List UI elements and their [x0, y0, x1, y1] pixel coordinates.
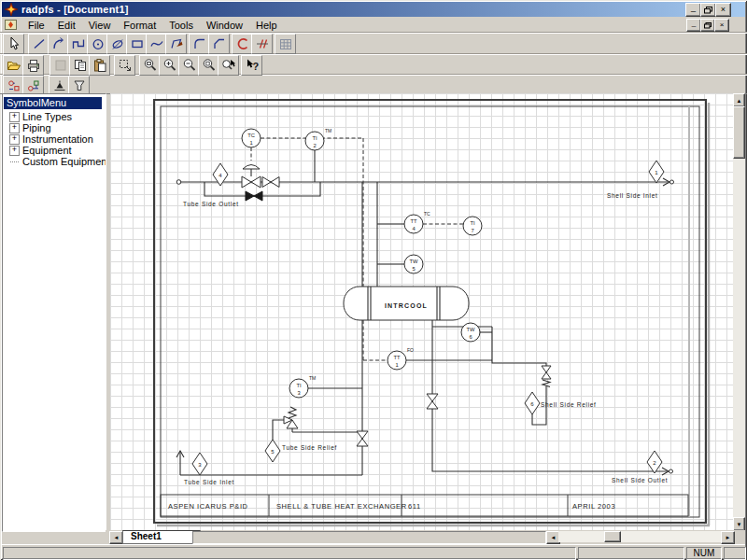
- help-button[interactable]: ?: [241, 55, 262, 76]
- circle-tool-button[interactable]: [87, 34, 108, 54]
- instrument-tt4[interactable]: TT 4 TC: [404, 211, 430, 233]
- svg-text:6: 6: [469, 334, 472, 340]
- shell-outlet-valve[interactable]: [427, 394, 438, 409]
- connector-1[interactable]: 1: [649, 161, 664, 183]
- heat-exchanger[interactable]: INTRCOOL: [344, 287, 469, 320]
- tab-scroll-left-button[interactable]: ◄: [109, 531, 123, 544]
- tree-root-symbolmenu[interactable]: SymbolMenu: [4, 97, 102, 109]
- arc-tool-button[interactable]: [48, 34, 69, 54]
- print-button[interactable]: [22, 55, 44, 76]
- zoom-in-button[interactable]: [159, 55, 180, 76]
- sidebar-item-equipment[interactable]: Equipment: [22, 145, 72, 156]
- signal-lines[interactable]: [251, 138, 463, 360]
- menu-window[interactable]: Window: [200, 19, 249, 32]
- connector-5[interactable]: 5: [265, 440, 280, 462]
- sidebar-item-line-types[interactable]: Line Types: [22, 111, 72, 122]
- instrument-tt-fo[interactable]: TT 1 FO: [388, 347, 414, 370]
- scroll-up-button[interactable]: ▲: [733, 93, 745, 107]
- instrument-tw6[interactable]: TW 6: [461, 323, 480, 342]
- minimize-button[interactable]: _: [685, 3, 701, 17]
- scroll-down-button[interactable]: ▼: [733, 517, 745, 531]
- menu-view[interactable]: View: [82, 19, 118, 32]
- title-block: ASPEN ICARUS P&ID SHELL & TUBE HEAT EXCH…: [161, 495, 688, 516]
- horizontal-scrollbar[interactable]: [558, 531, 721, 542]
- vertical-scroll-thumb[interactable]: [733, 106, 745, 159]
- standard-toolbar: [0, 53, 747, 75]
- instrument-tc1[interactable]: TC 1: [242, 129, 261, 147]
- child-restore-button[interactable]: [700, 19, 715, 32]
- move-selection-button[interactable]: [114, 55, 135, 76]
- fillet-tool-button[interactable]: [189, 34, 210, 54]
- menu-edit[interactable]: Edit: [51, 19, 82, 32]
- curve-tool-button[interactable]: [146, 34, 167, 54]
- sidebar-item-custom-equipment[interactable]: Custom Equipment: [22, 156, 106, 167]
- line-end-markers: [176, 178, 674, 475]
- menu-format[interactable]: Format: [117, 19, 162, 32]
- menu-file[interactable]: File: [21, 19, 51, 32]
- svg-text:TT: TT: [410, 218, 417, 224]
- menu-help[interactable]: Help: [249, 19, 284, 32]
- vertical-scrollbar[interactable]: ▲ ▼: [733, 93, 745, 530]
- gate-valve[interactable]: [262, 177, 279, 188]
- ellipse-tool-button[interactable]: [106, 34, 128, 54]
- rectangle-tool-button[interactable]: [126, 34, 148, 54]
- zoom-page-button[interactable]: [198, 55, 219, 76]
- polyline-icon: [71, 36, 86, 51]
- tube-relief-valve[interactable]: [284, 407, 298, 428]
- expand-icon[interactable]: +: [9, 134, 20, 145]
- tube-inlet-valve[interactable]: [357, 431, 368, 446]
- instrument-ti7[interactable]: TI 7: [463, 217, 482, 235]
- fillet-icon: [192, 36, 207, 51]
- restore-button[interactable]: [700, 3, 716, 17]
- select-tool-button[interactable]: [3, 34, 24, 54]
- child-minimize-button[interactable]: _: [686, 19, 701, 32]
- child-close-icon: ×: [720, 21, 725, 29]
- symbol-palette-1-icon: [7, 78, 21, 93]
- symbol-tree-panel: SymbolMenu + Line Types + Piping + Instr…: [2, 93, 106, 532]
- arc-segment-tool-button[interactable]: [232, 34, 253, 54]
- close-button[interactable]: ×: [715, 3, 731, 17]
- ellipse-icon: [110, 36, 125, 51]
- expand-icon[interactable]: +: [9, 112, 20, 122]
- hscroll-right-button[interactable]: ►: [721, 531, 735, 544]
- select-icon: [7, 36, 21, 51]
- tab-strip-track: [192, 531, 546, 544]
- zoom-out-button[interactable]: [178, 55, 200, 76]
- zoom-select-button[interactable]: [218, 55, 239, 76]
- chamfer-tool-button[interactable]: [208, 34, 230, 54]
- child-close-button[interactable]: ×: [714, 19, 729, 32]
- tab-sheet1[interactable]: Sheet1: [122, 530, 201, 544]
- blank-icon: [53, 58, 68, 73]
- polyline-tool-button[interactable]: [67, 34, 89, 54]
- sidebar-item-piping[interactable]: Piping: [22, 122, 51, 133]
- connector-3[interactable]: 3: [192, 453, 207, 475]
- copy-button[interactable]: [69, 55, 91, 76]
- svg-text:TW: TW: [466, 327, 475, 332]
- line-tool-button[interactable]: [28, 34, 49, 54]
- pid-diagram[interactable]: ASPEN ICARUS P&ID SHELL & TUBE HEAT EXCH…: [110, 93, 733, 530]
- connector-6[interactable]: 6: [525, 392, 540, 414]
- instrument-ti3[interactable]: TI 3 TM: [289, 375, 316, 398]
- expand-icon[interactable]: +: [9, 123, 20, 133]
- expand-icon[interactable]: +: [9, 146, 20, 156]
- open-button[interactable]: [3, 55, 24, 76]
- svg-text:TM: TM: [309, 375, 316, 381]
- equipment-label: INTRCOOL: [385, 302, 428, 309]
- connector-2[interactable]: 2: [647, 451, 662, 473]
- zoom-window-button[interactable]: [139, 55, 161, 76]
- closed-bypass-valve[interactable]: [246, 191, 262, 201]
- freeform-tool-button[interactable]: [165, 34, 187, 54]
- title-block-company: ASPEN ICARUS P&ID: [168, 502, 248, 511]
- horizontal-scroll-thumb[interactable]: [604, 531, 621, 542]
- hatch-tool-button[interactable]: [251, 34, 273, 54]
- control-valve[interactable]: [242, 165, 261, 189]
- status-num-indicator: NUM: [686, 547, 722, 560]
- menu-tools[interactable]: Tools: [162, 19, 200, 32]
- grid-tool-button[interactable]: [275, 34, 296, 54]
- paste-button[interactable]: [89, 55, 110, 76]
- instrument-ti2[interactable]: TI 2 TM: [305, 128, 331, 150]
- label-tube-side-outlet: Tube Side Outlet: [183, 201, 239, 207]
- shell-relief-valve[interactable]: [542, 366, 551, 387]
- sidebar-item-instrumentation[interactable]: Instrumentation: [22, 133, 93, 145]
- instrument-tw5[interactable]: TW 5: [404, 255, 423, 273]
